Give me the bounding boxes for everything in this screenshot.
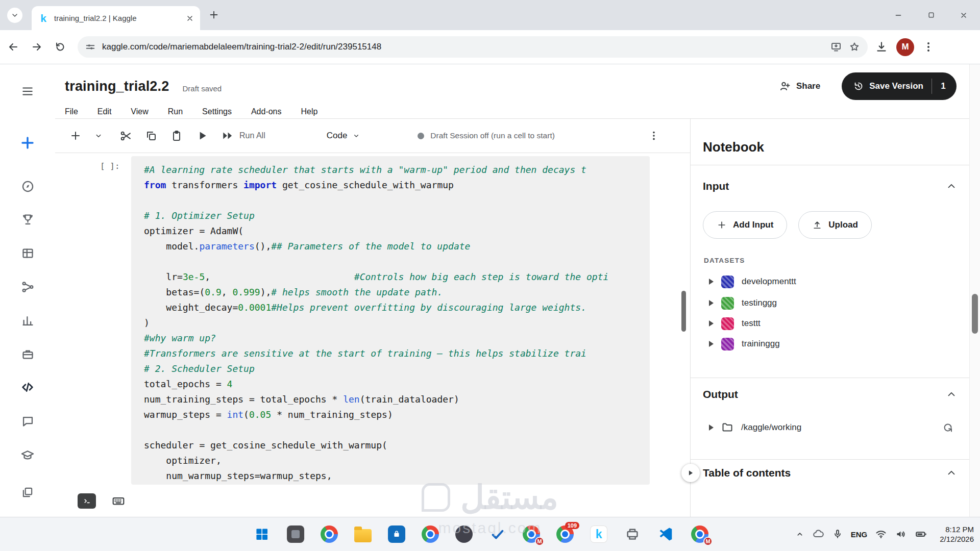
models-network-icon[interactable] xyxy=(19,279,36,295)
chrome-profile2-icon[interactable]: M xyxy=(521,524,542,544)
microphone-icon[interactable] xyxy=(832,529,843,540)
bookmark-star-icon[interactable] xyxy=(848,41,861,53)
copy-cell-icon[interactable] xyxy=(143,128,159,143)
version-count-badge[interactable]: 1 xyxy=(932,81,954,91)
code-cell[interactable]: #A learning rate scheduler that starts w… xyxy=(131,156,650,485)
datasets-grid-icon[interactable] xyxy=(19,245,36,261)
language-indicator[interactable]: ENG xyxy=(851,530,868,539)
dataset-name[interactable]: testinggg xyxy=(742,298,777,308)
tray-expand-icon[interactable] xyxy=(795,530,804,539)
collapse-chevron-icon[interactable] xyxy=(946,389,957,400)
chrome-notifications-icon[interactable]: 109 xyxy=(555,524,575,544)
menu-run[interactable]: Run xyxy=(168,107,183,116)
dataset-name[interactable]: developmenttt xyxy=(742,277,796,287)
run-cell-icon[interactable] xyxy=(194,128,210,143)
dataset-name[interactable]: testtt xyxy=(742,318,761,329)
expander-icon[interactable] xyxy=(709,424,714,431)
downloads-icon[interactable] xyxy=(875,40,888,54)
new-tab-button[interactable] xyxy=(208,9,219,20)
install-app-icon[interactable] xyxy=(830,41,842,53)
share-button[interactable]: Share xyxy=(779,80,820,92)
forward-button[interactable] xyxy=(27,37,47,57)
todo-check-icon[interactable] xyxy=(487,524,508,544)
url-field[interactable]: kaggle.com/code/mariemabdelaleem/trainin… xyxy=(78,36,868,58)
competitions-trophy-icon[interactable] xyxy=(19,211,36,228)
dataset-name[interactable]: traininggg xyxy=(742,339,780,349)
photos-app-icon[interactable] xyxy=(285,524,306,544)
packages-box-icon[interactable] xyxy=(19,346,36,362)
profile-avatar[interactable]: M xyxy=(896,38,914,56)
paste-cell-icon[interactable] xyxy=(169,128,184,143)
site-settings-icon[interactable] xyxy=(85,41,96,53)
home-compass-icon[interactable] xyxy=(19,178,36,194)
learn-graduation-icon[interactable] xyxy=(19,447,36,464)
input-section-header[interactable]: Input xyxy=(703,180,957,192)
back-button[interactable] xyxy=(3,37,23,57)
menu-view[interactable]: View xyxy=(131,107,148,116)
upload-button[interactable]: Upload xyxy=(798,211,872,239)
add-cell-button[interactable] xyxy=(68,128,83,143)
collapse-panel-button[interactable] xyxy=(681,464,700,482)
menu-addons[interactable]: Add-ons xyxy=(251,107,282,116)
keyboard-shortcuts-icon[interactable] xyxy=(110,494,127,508)
expander-icon[interactable] xyxy=(709,341,714,347)
code-icon[interactable] xyxy=(19,379,36,395)
page-scrollbar-thumb[interactable] xyxy=(972,294,978,334)
kaggle-app-icon[interactable]: k xyxy=(589,524,609,544)
hamburger-menu-icon[interactable] xyxy=(19,83,36,99)
menu-help[interactable]: Help xyxy=(301,107,318,116)
output-working-row[interactable]: /kaggle/working xyxy=(709,417,957,438)
notebook-title[interactable]: training_trial2.2 xyxy=(65,79,169,94)
save-version-button[interactable]: Save Version 1 xyxy=(842,72,957,100)
wifi-icon[interactable] xyxy=(875,528,887,540)
browser-menu-icon[interactable] xyxy=(922,41,935,53)
chrome-icon[interactable] xyxy=(420,524,440,544)
more-stack-icon[interactable] xyxy=(19,484,36,500)
dataset-item[interactable]: traininggg xyxy=(709,334,957,354)
collapse-chevron-icon[interactable] xyxy=(946,181,957,192)
onedrive-cloud-icon[interactable] xyxy=(812,528,824,540)
add-input-button[interactable]: Add Input xyxy=(703,211,787,239)
benchmarks-chart-icon[interactable] xyxy=(19,312,36,329)
toolbar-more-icon[interactable] xyxy=(646,128,662,143)
tab-search-button[interactable] xyxy=(7,8,22,23)
output-path[interactable]: /kaggle/working xyxy=(741,422,801,433)
edge-browser-icon[interactable] xyxy=(319,524,339,544)
battery-icon[interactable] xyxy=(915,528,928,541)
vscode-icon[interactable] xyxy=(656,524,676,544)
taskbar-clock[interactable]: 8:12 PM 2/12/2026 xyxy=(940,524,974,544)
discussions-chat-icon[interactable] xyxy=(19,413,36,429)
output-section-header[interactable]: Output xyxy=(703,388,957,400)
refresh-output-icon[interactable] xyxy=(942,421,954,434)
teams-app-icon[interactable] xyxy=(454,524,474,544)
page-scrollbar[interactable] xyxy=(969,64,980,517)
notebook-scrollbar-thumb[interactable] xyxy=(681,291,686,332)
start-button[interactable] xyxy=(252,524,272,544)
reload-button[interactable] xyxy=(50,37,70,57)
cell-type-select[interactable]: Code xyxy=(327,131,361,141)
expander-icon[interactable] xyxy=(709,279,714,285)
console-icon[interactable] xyxy=(78,493,96,509)
dataset-item[interactable]: developmenttt xyxy=(709,271,957,292)
run-all-icon[interactable] xyxy=(220,128,235,143)
create-plus-icon[interactable] xyxy=(19,135,36,151)
toc-section-header[interactable]: Table of contents xyxy=(703,467,957,479)
add-cell-dropdown-icon[interactable] xyxy=(93,128,104,143)
run-all-label[interactable]: Run All xyxy=(239,131,265,140)
browser-tab[interactable]: k training_trial2.2 | Kaggle xyxy=(32,6,200,30)
tab-close-icon[interactable] xyxy=(186,14,194,22)
expander-icon[interactable] xyxy=(709,300,714,306)
maximize-button[interactable] xyxy=(915,0,947,30)
dataset-item[interactable]: testinggg xyxy=(709,293,957,313)
minimize-button[interactable] xyxy=(882,0,915,30)
collapse-chevron-icon[interactable] xyxy=(946,467,957,479)
microsoft-store-icon[interactable] xyxy=(386,524,407,544)
file-explorer-icon[interactable] xyxy=(353,524,373,544)
chrome-profile-icon[interactable]: M xyxy=(690,524,710,544)
menu-file[interactable]: File xyxy=(65,107,78,116)
menu-edit[interactable]: Edit xyxy=(97,107,112,116)
scanner-app-icon[interactable] xyxy=(622,524,643,544)
close-button[interactable] xyxy=(947,0,980,30)
dataset-item[interactable]: testtt xyxy=(709,313,957,334)
menu-settings[interactable]: Settings xyxy=(202,107,232,116)
